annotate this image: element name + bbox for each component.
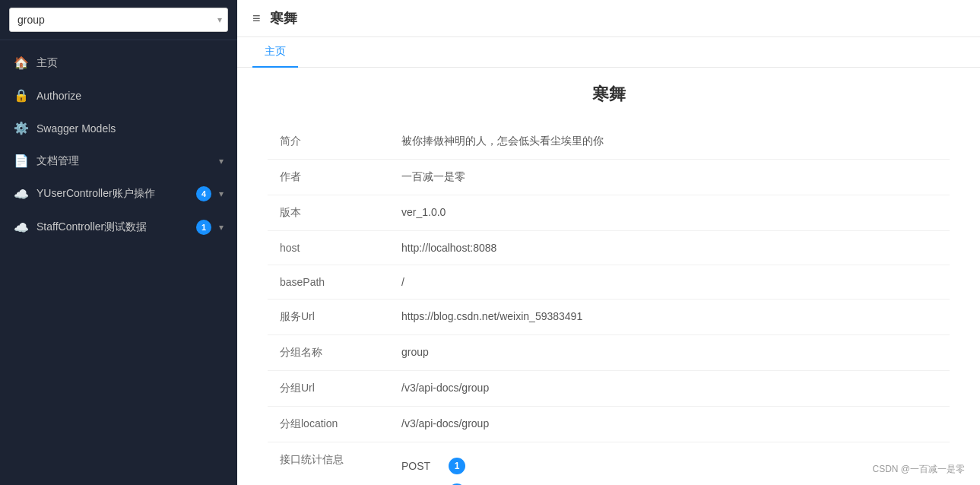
row-value: https://blog.csdn.net/weixin_59383491 bbox=[389, 300, 950, 335]
row-key: 服务Url bbox=[268, 300, 389, 335]
row-value: 被你捧做神明的人，怎会低头看尘埃里的你 bbox=[389, 124, 950, 160]
sidebar-item-authorize-label: Authorize bbox=[36, 90, 224, 102]
row-value-stats: POST 1 GET 4 bbox=[389, 442, 950, 486]
header-title: 寒舞 bbox=[270, 9, 297, 27]
row-key: 分组location bbox=[268, 407, 389, 442]
sidebar-search-container: ▾ bbox=[0, 0, 237, 40]
row-key: 接口统计信息 bbox=[268, 442, 389, 486]
table-row: 分组location /v3/api-docs/group bbox=[268, 407, 950, 442]
row-value: group bbox=[389, 335, 950, 371]
dropdown-arrow-icon: ▾ bbox=[217, 14, 222, 25]
sidebar-item-doc-management[interactable]: 📄 文档管理 ▾ bbox=[0, 144, 237, 177]
row-value: /v3/api-docs/group bbox=[389, 371, 950, 407]
row-key: 简介 bbox=[268, 124, 389, 160]
info-table: 简介 被你捧做神明的人，怎会低头看尘埃里的你 作者 一百减一是零 版本 ver_… bbox=[268, 124, 950, 485]
table-row: 分组Url /v3/api-docs/group bbox=[268, 371, 950, 407]
doc-management-icon: 📄 bbox=[14, 154, 29, 168]
post-method-label: POST bbox=[401, 460, 439, 472]
sidebar-item-authorize[interactable]: 🔒 Authorize bbox=[0, 79, 237, 112]
row-key: basePath bbox=[268, 265, 389, 300]
row-value: /v3/api-docs/group bbox=[389, 407, 950, 442]
yuser-controller-icon: ☁️ bbox=[14, 187, 29, 201]
search-input[interactable] bbox=[9, 8, 228, 32]
footer-text: CSDN @一百减一是零 bbox=[872, 463, 965, 476]
row-key: 分组Url bbox=[268, 371, 389, 407]
api-stats-get: GET 4 bbox=[401, 479, 937, 485]
tab-home[interactable]: 主页 bbox=[252, 37, 298, 68]
post-count-badge: 1 bbox=[449, 458, 465, 474]
sidebar-item-swagger-models-label: Swagger Models bbox=[36, 122, 224, 135]
table-row: 版本 ver_1.0.0 bbox=[268, 195, 950, 231]
table-row: 作者 一百减一是零 bbox=[268, 160, 950, 195]
home-icon: 🏠 bbox=[14, 55, 29, 70]
sidebar-item-doc-management-label: 文档管理 bbox=[36, 154, 211, 168]
yuser-controller-arrow-icon: ▾ bbox=[219, 189, 224, 199]
sidebar-item-staff-controller-label: StaffController测试数据 bbox=[36, 220, 189, 234]
table-row-api-stats: 接口统计信息 POST 1 GET 4 bbox=[268, 442, 950, 486]
swagger-models-icon: ⚙️ bbox=[14, 121, 29, 135]
api-stats-post: POST 1 bbox=[401, 453, 937, 479]
main-header: ≡ 寒舞 bbox=[237, 0, 980, 37]
sidebar-item-home-label: 主页 bbox=[36, 56, 224, 70]
content-title: 寒舞 bbox=[268, 83, 950, 106]
yuser-controller-badge: 4 bbox=[196, 186, 211, 201]
sidebar-item-yuser-controller[interactable]: ☁️ YUserController账户操作 4 ▾ bbox=[0, 177, 237, 211]
table-row: basePath / bbox=[268, 265, 950, 300]
sidebar-item-staff-controller[interactable]: ☁️ StaffController测试数据 1 ▾ bbox=[0, 211, 237, 244]
main-tabs: 主页 bbox=[237, 37, 980, 68]
row-key: 作者 bbox=[268, 160, 389, 195]
row-value: ver_1.0.0 bbox=[389, 195, 950, 231]
row-value: http://localhost:8088 bbox=[389, 231, 950, 265]
sidebar-nav: 🏠 主页 🔒 Authorize ⚙️ Swagger Models 📄 文档管… bbox=[0, 40, 237, 485]
staff-controller-badge: 1 bbox=[196, 220, 211, 235]
staff-controller-arrow-icon: ▾ bbox=[219, 222, 224, 233]
table-row: 简介 被你捧做神明的人，怎会低头看尘埃里的你 bbox=[268, 124, 950, 160]
table-row: 分组名称 group bbox=[268, 335, 950, 371]
authorize-icon: 🔒 bbox=[14, 88, 29, 103]
table-row: host http://localhost:8088 bbox=[268, 231, 950, 265]
sidebar: ▾ 🏠 主页 🔒 Authorize ⚙️ Swagger Models 📄 文… bbox=[0, 0, 237, 485]
row-value: 一百减一是零 bbox=[389, 160, 950, 195]
staff-controller-icon: ☁️ bbox=[14, 220, 29, 235]
main-content: 寒舞 简介 被你捧做神明的人，怎会低头看尘埃里的你 作者 一百减一是零 版本 v… bbox=[237, 68, 980, 485]
row-key: host bbox=[268, 231, 389, 265]
sidebar-item-swagger-models[interactable]: ⚙️ Swagger Models bbox=[0, 112, 237, 144]
row-key: 分组名称 bbox=[268, 335, 389, 371]
table-row: 服务Url https://blog.csdn.net/weixin_59383… bbox=[268, 300, 950, 335]
row-value: / bbox=[389, 265, 950, 300]
main-area: ≡ 寒舞 主页 寒舞 简介 被你捧做神明的人，怎会低头看尘埃里的你 作者 一百减… bbox=[237, 0, 980, 485]
row-key: 版本 bbox=[268, 195, 389, 231]
menu-toggle-icon[interactable]: ≡ bbox=[252, 11, 261, 27]
sidebar-item-yuser-controller-label: YUserController账户操作 bbox=[36, 187, 189, 201]
doc-management-arrow-icon: ▾ bbox=[219, 156, 224, 166]
sidebar-item-home[interactable]: 🏠 主页 bbox=[0, 46, 237, 79]
